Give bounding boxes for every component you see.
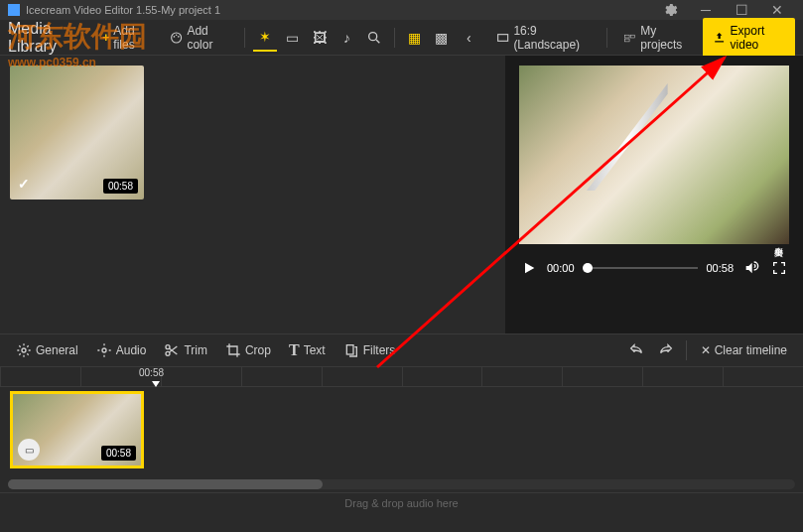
svg-rect-7 bbox=[630, 35, 634, 38]
audio-icon bbox=[96, 342, 112, 358]
projects-icon bbox=[623, 30, 636, 46]
svg-rect-5 bbox=[498, 34, 508, 41]
current-time: 00:00 bbox=[547, 262, 575, 274]
export-video-button[interactable]: Export video bbox=[703, 18, 795, 58]
view-large-grid-icon[interactable]: ▦ bbox=[403, 24, 426, 52]
crop-icon bbox=[225, 342, 241, 358]
app-title: Icecream Video Editor 1.55 bbox=[26, 4, 157, 16]
volume-button[interactable] bbox=[741, 258, 761, 278]
playhead-marker[interactable]: 00:58 bbox=[139, 367, 164, 378]
svg-point-9 bbox=[22, 348, 26, 352]
filter-image-icon[interactable]: 🖾 bbox=[308, 24, 331, 52]
svg-point-1 bbox=[174, 36, 176, 38]
edit-toolbar: General Audio Trim Crop T Text Filters ✕… bbox=[0, 333, 803, 367]
media-library-panel[interactable]: ✓ 00:58 bbox=[0, 56, 505, 333]
svg-point-10 bbox=[102, 348, 106, 352]
fullscreen-button[interactable] bbox=[769, 258, 789, 278]
close-icon: ✕ bbox=[701, 343, 711, 357]
add-files-button[interactable]: +Add files bbox=[94, 20, 158, 56]
timeline-clip[interactable]: ▭ 00:58 bbox=[10, 391, 144, 468]
scissors-icon bbox=[164, 342, 180, 358]
undo-button[interactable] bbox=[622, 336, 650, 364]
app-icon bbox=[8, 4, 20, 16]
palette-icon bbox=[170, 30, 183, 46]
my-projects-button[interactable]: My projects bbox=[615, 20, 699, 56]
add-color-button[interactable]: Add color bbox=[162, 20, 236, 56]
audio-track[interactable]: Drag & drop audio here bbox=[0, 492, 803, 522]
audio-button[interactable]: Audio bbox=[88, 338, 155, 362]
player-controls: 00:00 00:58 bbox=[519, 258, 789, 278]
clip-duration-badge: 00:58 bbox=[103, 179, 138, 194]
project-name: My project 1 bbox=[161, 4, 220, 16]
filters-button[interactable]: Filters bbox=[335, 338, 404, 362]
upload-icon bbox=[713, 30, 726, 46]
video-track[interactable]: ▭ 00:58 bbox=[0, 387, 803, 476]
redo-button[interactable] bbox=[652, 336, 680, 364]
settings-icon[interactable] bbox=[652, 0, 688, 20]
trim-button[interactable]: Trim bbox=[156, 338, 215, 362]
svg-rect-8 bbox=[625, 39, 629, 42]
text-icon: T bbox=[289, 341, 300, 359]
aspect-ratio-button[interactable]: 16:9 (Landscape) bbox=[488, 20, 599, 56]
crop-button[interactable]: Crop bbox=[217, 338, 279, 362]
filters-icon bbox=[343, 342, 359, 358]
search-icon[interactable] bbox=[362, 24, 385, 52]
view-small-grid-icon[interactable]: ▩ bbox=[430, 24, 453, 52]
library-clip-thumbnail[interactable]: ✓ 00:58 bbox=[10, 66, 144, 200]
preview-video[interactable]: 小厨美食 bbox=[519, 66, 789, 244]
filter-video-icon[interactable]: ▭ bbox=[281, 24, 304, 52]
top-toolbar: Media Library +Add files Add color ✶ ▭ 🖾… bbox=[0, 20, 803, 56]
svg-point-3 bbox=[178, 36, 180, 38]
svg-point-4 bbox=[369, 32, 377, 40]
gear-icon bbox=[16, 342, 32, 358]
clip-type-icon: ▭ bbox=[18, 439, 40, 461]
svg-point-2 bbox=[176, 34, 178, 36]
scrollbar-handle[interactable] bbox=[8, 479, 323, 489]
preview-content bbox=[587, 83, 668, 191]
selected-check-icon: ✓ bbox=[18, 176, 30, 192]
titlebar: Icecream Video Editor 1.55 - My project … bbox=[0, 0, 803, 20]
timeline-ruler[interactable]: 00:58 bbox=[0, 367, 803, 387]
aspect-icon bbox=[496, 30, 509, 46]
timeline-scrollbar[interactable] bbox=[8, 479, 795, 489]
seek-bar[interactable] bbox=[583, 267, 699, 269]
seek-knob[interactable] bbox=[583, 263, 593, 273]
clip-duration: 00:58 bbox=[101, 446, 136, 461]
general-button[interactable]: General bbox=[8, 338, 86, 362]
collapse-icon[interactable]: ‹ bbox=[458, 24, 480, 52]
filter-audio-icon[interactable]: ♪ bbox=[335, 24, 358, 52]
svg-rect-6 bbox=[625, 35, 629, 38]
play-button[interactable] bbox=[519, 258, 539, 278]
total-time: 00:58 bbox=[706, 262, 734, 274]
filter-favorites-icon[interactable]: ✶ bbox=[253, 24, 276, 52]
main-area: ✓ 00:58 小厨美食 00:00 00:58 bbox=[0, 56, 803, 333]
text-button[interactable]: T Text bbox=[281, 337, 334, 363]
preview-panel: 小厨美食 00:00 00:58 bbox=[505, 56, 803, 333]
clear-timeline-button[interactable]: ✕ Clear timeline bbox=[693, 339, 795, 361]
media-library-label: Media Library bbox=[8, 20, 88, 56]
timeline: 00:58 ▭ 00:58 Drag & drop audio here bbox=[0, 367, 803, 522]
svg-rect-13 bbox=[346, 345, 353, 354]
